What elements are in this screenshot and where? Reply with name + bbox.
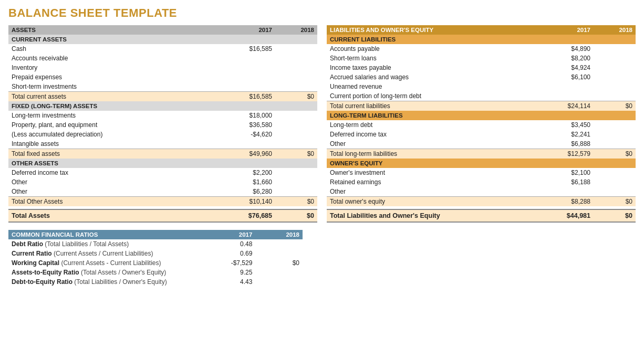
ratio-row: Assets-to-Equity Ratio (Total Assets / O… (8, 268, 303, 277)
assets-col-2018: 2018 (275, 25, 317, 35)
table-row: Inventory (8, 63, 317, 72)
ratio-label-3: Assets-to-Equity Ratio (12, 269, 79, 276)
grand-total-liabilities-row: Total Liabilities and Owner's Equity $44… (327, 209, 636, 222)
ratios-header-row: COMMON FINANCIAL RATIOS 2017 2018 (8, 230, 303, 239)
ratio-label-2: Working Capital (12, 259, 59, 267)
short-invest-label: Short-term investments (8, 82, 233, 92)
table-row: Short-term loans $8,200 (327, 54, 636, 63)
table-row: Other $6,888 (327, 139, 636, 149)
page-title: BALANCE SHEET TEMPLATE (8, 6, 636, 20)
assets-header-row: ASSETS 2017 2018 (8, 25, 317, 35)
grand-total-assets-row: Total Assets $76,685 $0 (8, 209, 317, 222)
total-longterm-liabilities-row: Total long-term liabilities $12,579 $0 (327, 149, 636, 159)
current-assets-label: CURRENT ASSETS (8, 35, 317, 44)
table-row: Deferred income tax $2,241 (327, 130, 636, 139)
total-owners-equity-row: Total owner's equity $8,288 $0 (327, 197, 636, 207)
ratio-desc-1: (Current Assets / Current Liabilities) (52, 250, 153, 257)
ratio-desc-0: (Total Liabilities / Total Assets) (43, 240, 129, 248)
ratio-label-0: Debt Ratio (12, 240, 43, 248)
total-current-assets-row: Total current assets $16,585 $0 (8, 92, 317, 102)
ratio-row: Debt Ratio (Total Liabilities / Total As… (8, 239, 303, 249)
ratio-desc-4: (Total Liabilities / Owner's Equity) (72, 278, 167, 286)
fixed-assets-header: FIXED (LONG-TERM) ASSETS (8, 101, 317, 111)
ratio-label-1: Current Ratio (12, 250, 52, 257)
ratio-row: Working Capital (Current Assets - Curren… (8, 258, 303, 268)
table-row: Current portion of long-term debt (327, 91, 636, 101)
total-current-assets-label: Total current assets (8, 92, 233, 102)
ratio-desc-2: (Current Assets - Current Liabilities) (59, 259, 161, 267)
table-row: Income taxes payable $4,924 (327, 63, 636, 72)
ratio-row: Debt-to-Equity Ratio (Total Liabilities … (8, 277, 303, 287)
assets-table: ASSETS 2017 2018 CURRENT ASSETS Cash $16… (8, 25, 317, 223)
ratio-row: Current Ratio (Current Assets / Current … (8, 249, 303, 258)
fixed-assets-label: FIXED (LONG-TERM) ASSETS (8, 101, 317, 111)
liabilities-section: LIABILITIES AND OWNER'S EQUITY 2017 2018… (327, 25, 636, 223)
table-row: Other $6,280 (8, 187, 317, 197)
current-assets-header: CURRENT ASSETS (8, 35, 317, 44)
ratio-desc-3: (Total Assets / Owner's Equity) (79, 269, 167, 276)
current-liabilities-header: CURRENT LIABILITIES (327, 35, 636, 44)
inventory-label: Inventory (8, 63, 233, 72)
other-assets-header: OTHER ASSETS (8, 159, 317, 168)
table-row: Long-term debt $3,450 (327, 120, 636, 130)
ratio-val-2-2018: $0 (255, 258, 303, 268)
table-row: Intangible assets (8, 139, 317, 149)
liabilities-col-2017: 2017 (552, 25, 594, 35)
table-row: Accounts receivable (8, 54, 317, 63)
table-row: Unearned revenue (327, 82, 636, 91)
cash-label: Cash (8, 44, 233, 54)
table-row: Short-term investments (8, 82, 317, 92)
cash-2017: $16,585 (233, 44, 275, 54)
ratio-val-4: 4.43 (209, 277, 256, 287)
prepaid-label: Prepaid expenses (8, 72, 233, 82)
liabilities-table: LIABILITIES AND OWNER'S EQUITY 2017 2018… (327, 25, 636, 223)
table-row: Accounts payable $4,890 (327, 44, 636, 54)
assets-header-label: ASSETS (8, 25, 233, 35)
table-row: Cash $16,585 (8, 44, 317, 54)
liabilities-header-row: LIABILITIES AND OWNER'S EQUITY 2017 2018 (327, 25, 636, 35)
assets-col-2017: 2017 (233, 25, 275, 35)
total-current-assets-2017: $16,585 (233, 92, 275, 102)
ratio-val-2: -$7,529 (209, 258, 256, 268)
total-fixed-assets-row: Total fixed assets $49,960 $0 (8, 149, 317, 159)
table-row: Prepaid expenses (8, 72, 317, 82)
table-row: Property, plant, and equipment $36,580 (8, 120, 317, 130)
owners-equity-header: OWNER'S EQUITY (327, 159, 636, 168)
table-row: Accrued salaries and wages $6,100 (327, 72, 636, 82)
table-row: Other $1,660 (8, 177, 317, 187)
ratio-val-0: 0.48 (209, 239, 256, 249)
total-current-assets-2018: $0 (275, 92, 317, 102)
table-row: (Less accumulated depreciation) -$4,620 (8, 130, 317, 139)
ratios-table: COMMON FINANCIAL RATIOS 2017 2018 Debt R… (8, 230, 303, 287)
cash-2018 (275, 44, 317, 54)
ar-label: Accounts receivable (8, 54, 233, 63)
assets-section: ASSETS 2017 2018 CURRENT ASSETS Cash $16… (8, 25, 317, 223)
total-current-liabilities-row: Total current liabilities $24,114 $0 (327, 101, 636, 111)
longterm-liabilities-header: LONG-TERM LIABILITIES (327, 111, 636, 120)
ratio-val-1: 0.69 (209, 249, 256, 258)
table-row: Retained earnings $6,188 (327, 177, 636, 187)
table-row: Deferred income tax $2,200 (8, 168, 317, 177)
table-row: Other (327, 187, 636, 197)
total-other-assets-row: Total Other Assets $10,140 $0 (8, 197, 317, 207)
liabilities-col-2018: 2018 (594, 25, 636, 35)
ratio-val-3: 9.25 (209, 268, 256, 277)
main-grid: ASSETS 2017 2018 CURRENT ASSETS Cash $16… (8, 25, 636, 223)
table-row: Owner's investment $2,100 (327, 168, 636, 177)
ratios-section: COMMON FINANCIAL RATIOS 2017 2018 Debt R… (8, 230, 303, 287)
table-row: Long-term investments $18,000 (8, 111, 317, 120)
ratio-label-4: Debt-to-Equity Ratio (12, 278, 72, 286)
liabilities-header-label: LIABILITIES AND OWNER'S EQUITY (327, 25, 552, 35)
